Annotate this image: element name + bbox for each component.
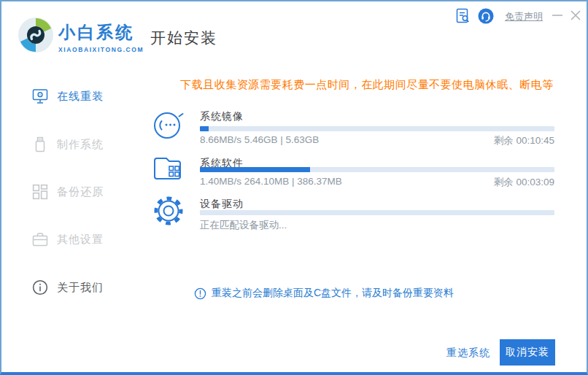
disclaimer-link[interactable]: 免责声明: [505, 10, 543, 23]
sidebar-item-label: 备份还原: [57, 185, 104, 199]
task-progress-bar: [200, 126, 554, 131]
task-remaining: 剩余 00:10:45: [494, 134, 554, 147]
task-detail: 正在匹配设备驱动...: [200, 219, 287, 232]
sidebar: 在线重装 制作系统 备份还原 其他设置: [1, 67, 147, 372]
reselect-system-link[interactable]: 重选系统: [446, 347, 490, 360]
brand-domain: XIAOBAIXITONG.COM: [58, 46, 144, 53]
task-meta-row: 1.40MB/s 264.10MB | 386.37MB 剩余 00:03:09: [200, 176, 554, 189]
sidebar-item-other-settings[interactable]: 其他设置: [1, 227, 147, 252]
alert-circle-icon: [194, 287, 206, 300]
backup-icon: [32, 184, 48, 200]
folder-apps-icon: [152, 152, 185, 185]
app-window: 小白系统 XIAOBAIXITONG.COM 开始安装 免责声明 在线重装: [0, 0, 588, 375]
task-meta-row: 8.66MB/s 5.46GB | 5.63GB 剩余 00:10:45: [200, 134, 554, 147]
brand-block: 小白系统 XIAOBAIXITONG.COM: [58, 21, 144, 53]
sidebar-item-about-us[interactable]: 关于我们: [1, 275, 147, 300]
toolbox-icon: [32, 231, 48, 247]
sidebar-item-label: 在线重装: [57, 90, 104, 104]
monitor-icon: [32, 88, 48, 104]
task-progress-fill: [200, 167, 310, 172]
gear-icon: [152, 194, 185, 228]
task-progress-bar: [200, 167, 554, 172]
minimize-icon[interactable]: [550, 8, 565, 23]
backup-note-text: 重装之前会删除桌面及C盘文件，请及时备份重要资料: [212, 287, 454, 300]
sidebar-item-make-system[interactable]: 制作系统: [1, 132, 147, 157]
task-name: 系统镜像: [200, 110, 244, 123]
page-title: 开始安装: [150, 28, 217, 48]
file-search-icon[interactable]: [455, 8, 471, 24]
sidebar-item-online-reinstall[interactable]: 在线重装: [1, 84, 147, 109]
brand-name: 小白系统: [58, 21, 144, 44]
sidebar-item-backup-restore[interactable]: 备份还原: [1, 179, 147, 204]
task-detail: 8.66MB/s 5.46GB | 5.63GB: [200, 134, 319, 147]
sidebar-item-label: 制作系统: [57, 138, 104, 152]
close-icon[interactable]: [568, 8, 583, 23]
sidebar-item-label: 关于我们: [57, 281, 104, 295]
download-warning-text: 下载且收集资源需要耗费一点时间，在此期间尽量不要使电脑休眠、断电等: [155, 78, 579, 92]
task-meta-row: 正在匹配设备驱动...: [200, 219, 554, 232]
cancel-install-button[interactable]: 取消安装: [500, 339, 555, 366]
task-remaining: 剩余 00:03:09: [494, 176, 554, 189]
task-detail: 1.40MB/s 264.10MB | 386.37MB: [200, 176, 342, 189]
support-headset-icon[interactable]: [478, 8, 494, 24]
mascot-face-icon: [152, 108, 185, 142]
backup-note: 重装之前会删除桌面及C盘文件，请及时备份重要资料: [194, 287, 454, 300]
app-logo: [18, 17, 54, 53]
info-icon: [32, 279, 48, 295]
task-progress-bar: [200, 210, 554, 215]
sidebar-item-label: 其他设置: [57, 233, 104, 247]
task-name: 设备驱动: [200, 198, 244, 211]
usb-icon: [32, 136, 48, 152]
task-progress-fill: [200, 126, 209, 131]
